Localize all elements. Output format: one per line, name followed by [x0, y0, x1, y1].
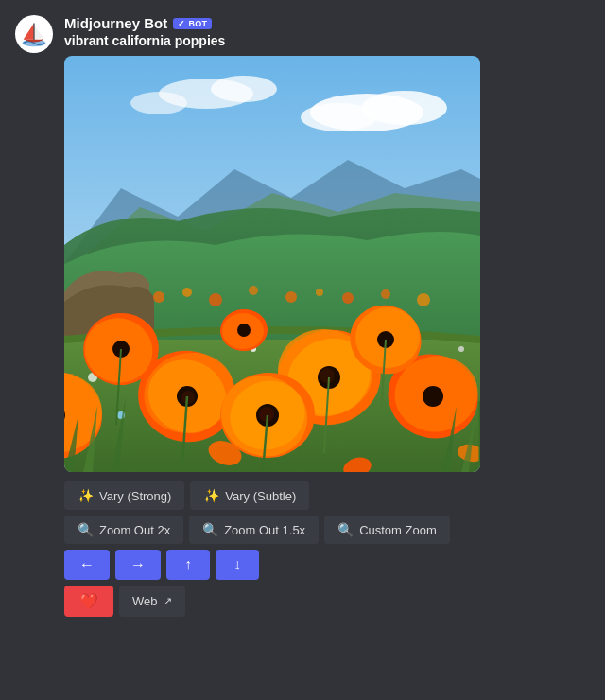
svg-point-21 [342, 292, 354, 304]
arrow-right-button[interactable]: → [115, 550, 161, 580]
vary-subtle-button[interactable]: ✨ Vary (Subtle) [190, 481, 309, 510]
arrow-left-icon: ← [79, 556, 95, 573]
web-external-icon: ↗ [164, 595, 172, 607]
custom-zoom-label: Custom Zoom [359, 523, 437, 537]
bot-badge-check: ✓ [178, 19, 185, 28]
zoom-out-2x-icon: 🔍 [78, 522, 94, 537]
custom-zoom-button[interactable]: 🔍 Custom Zoom [324, 516, 450, 544]
vary-subtle-icon: ✨ [203, 488, 219, 503]
svg-point-23 [417, 293, 430, 306]
svg-point-11 [130, 92, 187, 114]
arrow-up-button[interactable]: ↑ [166, 550, 210, 580]
web-label: Web [132, 594, 158, 608]
heart-icon: ❤️ [79, 592, 98, 610]
image-wrapper [64, 56, 480, 472]
vary-strong-button[interactable]: ✨ Vary (Strong) [64, 481, 184, 510]
web-button[interactable]: Web ↗ [119, 586, 185, 617]
zoom-out-1x5-button[interactable]: 🔍 Zoom Out 1.5x [189, 516, 319, 544]
bot-badge: ✓ BOT [173, 18, 212, 29]
arrow-left-button[interactable]: ← [64, 550, 110, 580]
svg-point-63 [237, 324, 251, 337]
zoom-out-2x-button[interactable]: 🔍 Zoom Out 2x [64, 516, 183, 544]
arrow-down-button[interactable]: ↓ [216, 550, 259, 580]
message-header: Midjourney Bot ✓ BOT [64, 15, 590, 31]
action-button-row: ❤️ Web ↗ [64, 586, 480, 617]
message-subtitle: vibrant california poppies [64, 33, 590, 48]
vary-strong-icon: ✨ [78, 488, 94, 503]
svg-point-20 [316, 289, 323, 296]
vary-button-row: ✨ Vary (Strong) ✨ Vary (Subtle) [64, 481, 480, 510]
message-body: Midjourney Bot ✓ BOT vibrant california … [64, 15, 590, 617]
vary-subtle-label: Vary (Subtle) [225, 489, 296, 503]
svg-point-15 [153, 291, 164, 303]
zoom-out-1x5-label: Zoom Out 1.5x [224, 523, 305, 537]
bot-name: Midjourney Bot [64, 15, 167, 31]
zoom-out-2x-label: Zoom Out 2x [99, 523, 170, 537]
vary-strong-label: Vary (Strong) [99, 489, 171, 503]
zoom-out-1x5-icon: 🔍 [202, 522, 218, 537]
svg-point-16 [182, 288, 192, 297]
message-container: Midjourney Bot ✓ BOT vibrant california … [0, 0, 605, 632]
arrow-right-icon: → [130, 556, 146, 573]
svg-point-8 [301, 103, 376, 131]
avatar [15, 15, 53, 53]
svg-point-18 [249, 286, 258, 295]
arrow-button-row: ← → ↑ ↓ [64, 550, 480, 580]
heart-button[interactable]: ❤️ [64, 586, 113, 617]
svg-point-51 [423, 386, 443, 407]
svg-point-27 [458, 346, 464, 352]
zoom-button-row: 🔍 Zoom Out 2x 🔍 Zoom Out 1.5x 🔍 Custom Z… [64, 516, 480, 544]
svg-point-10 [211, 76, 277, 102]
custom-zoom-icon: 🔍 [337, 522, 354, 537]
bot-badge-text: BOT [188, 19, 207, 28]
button-rows: ✨ Vary (Strong) ✨ Vary (Subtle) 🔍 Zoom O… [64, 481, 480, 617]
svg-point-19 [285, 291, 297, 303]
svg-point-22 [381, 289, 390, 299]
arrow-up-icon: ↑ [184, 556, 192, 573]
svg-point-17 [209, 293, 222, 306]
arrow-down-icon: ↓ [233, 556, 241, 573]
svg-point-38 [320, 368, 335, 383]
